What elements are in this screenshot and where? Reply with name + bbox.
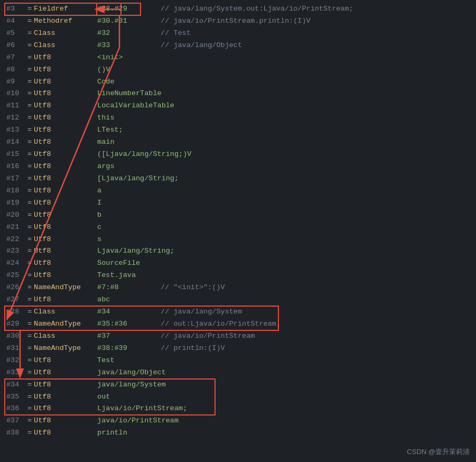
table-row: #36 = Utf8Ljava/io/PrintStream; [0,403,476,415]
line-number: #26 [6,282,25,293]
eq-sign: = [27,16,32,27]
type-name: Fieldref [34,4,97,15]
comment-text: // java/lang/Object [161,40,242,51]
ref-value: main [97,137,161,148]
table-row: #35 = Utf8out [0,391,476,403]
comment-text: // java/io/PrintStream [161,331,255,342]
ref-value: #33 [97,40,161,51]
ref-value: #32 [97,28,161,39]
line-number: #9 [6,77,25,88]
line-number: #19 [6,198,25,209]
type-name: Utf8 [34,222,97,233]
ref-value: Test.java [97,270,161,281]
table-row: #20 = Utf8b [0,209,476,221]
table-row: #11 = Utf8LocalVariableTable [0,100,476,112]
ref-value: ()V [97,64,161,76]
type-name: Utf8 [34,392,97,403]
type-name: Class [34,28,97,39]
table-row: #33 = Utf8java/lang/Object [0,367,476,379]
eq-sign: = [27,40,32,51]
type-name: Utf8 [34,403,97,414]
ref-value: java/lang/System [97,380,166,391]
ref-value: java/io/PrintStream [97,415,179,427]
table-row: #3 = Fieldref#28.#29 // java/lang/System… [0,3,476,15]
ref-value: Code [97,77,161,88]
ref-value: #35:#36 [97,319,161,330]
table-row: #8 = Utf8()V [0,64,476,76]
line-number: #16 [6,161,25,172]
ref-value: ([Ljava/lang/String;)V [97,149,191,160]
comment-text: // "<init>":()V [161,282,225,293]
line-number: #11 [6,100,25,112]
eq-sign: = [27,234,32,245]
comment-text: // out:Ljava/io/PrintStream; [161,319,281,330]
line-number: #22 [6,234,25,245]
type-name: Utf8 [34,210,97,221]
eq-sign: = [27,137,32,148]
table-row: #22 = Utf8s [0,234,476,246]
eq-sign: = [27,392,32,403]
table-row: #32 = Utf8Test [0,355,476,367]
ref-value: abc [97,294,161,306]
line-number: #20 [6,210,25,221]
line-number: #13 [6,125,25,136]
eq-sign: = [27,210,32,221]
eq-sign: = [27,294,32,306]
comment-text: // java/lang/System [161,307,242,318]
eq-sign: = [27,331,32,342]
ref-value: #30.#31 [97,16,161,27]
type-name: NameAndType [34,319,97,330]
table-row: #28 = Class#34 // java/lang/System [0,306,476,318]
ref-value: #37 [97,331,161,342]
line-number: #33 [6,367,25,378]
table-row: #27 = Utf8abc [0,294,476,306]
type-name: Utf8 [34,415,97,427]
table-row: #10 = Utf8LineNumberTable [0,88,476,100]
eq-sign: = [27,380,32,391]
type-name: Utf8 [34,186,97,197]
type-name: Utf8 [34,380,97,391]
table-row: #38 = Utf8println [0,427,476,439]
line-number: #10 [6,88,25,99]
line-number: #31 [6,343,25,354]
line-number: #32 [6,355,25,366]
eq-sign: = [27,367,32,378]
eq-sign: = [27,100,32,112]
table-row: #12 = Utf8this [0,112,476,124]
watermark: CSDN @壹升茉莉清 [407,447,470,457]
type-name: Utf8 [34,270,97,281]
type-name: Utf8 [34,125,97,136]
type-name: Utf8 [34,173,97,184]
line-number: #15 [6,149,25,160]
ref-value: I [97,198,161,209]
code-container: #3 = Fieldref#28.#29 // java/lang/System… [0,0,476,442]
ref-value: args [97,161,161,172]
type-name: Utf8 [34,161,97,172]
table-row: #9 = Utf8Code [0,76,476,88]
line-number: #12 [6,113,25,124]
table-row: #14 = Utf8main [0,136,476,149]
ref-value: #34 [97,307,161,318]
table-row: #16 = Utf8args [0,161,476,173]
ref-value: a [97,186,161,197]
table-row: #15 = Utf8([Ljava/lang/String;)V [0,149,476,161]
ref-value: Test [97,355,161,366]
eq-sign: = [27,173,32,184]
type-name: Utf8 [34,100,97,112]
eq-sign: = [27,186,32,197]
type-name: Utf8 [34,198,97,209]
table-row: #23 = Utf8Ljava/lang/String; [0,245,476,257]
type-name: NameAndType [34,282,97,293]
line-number: #38 [6,428,25,439]
ref-value: #7:#8 [97,282,161,293]
ref-value: Ljava/io/PrintStream; [97,403,187,414]
comment-text: // java/io/PrintStream.println:(I)V [161,16,311,27]
ref-value: SourceFile [97,258,161,269]
ref-value: b [97,210,161,221]
line-number: #27 [6,294,25,306]
type-name: Class [34,307,97,318]
line-number: #5 [6,28,25,39]
eq-sign: = [27,4,32,15]
line-number: #3 [6,4,25,15]
ref-value: [Ljava/lang/String; [97,173,179,184]
